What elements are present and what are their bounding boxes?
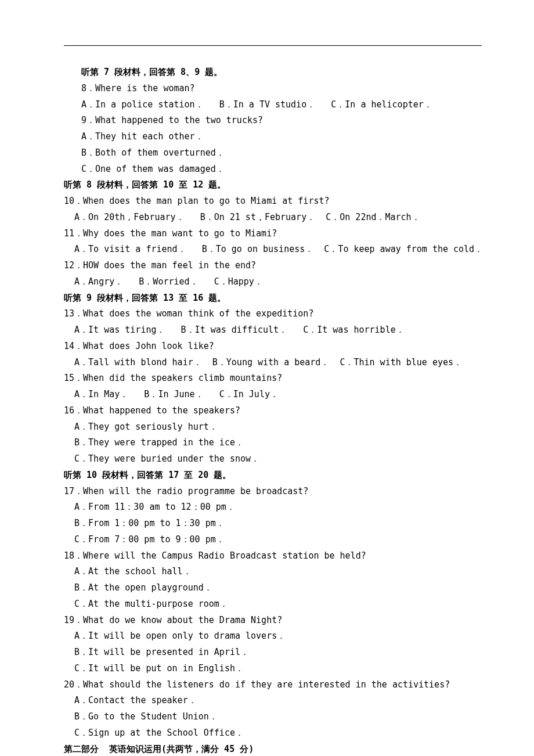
question-12-text: 12．HOW does the man feel in the end? [64,258,482,274]
question-16-option-b-inner: B．They were trapped in the ice． [74,437,244,448]
question-9-text: 9．What happened to the two trucks? [64,113,482,129]
question-13-options-inner: A．It was tiring． B．It was difficult． C．I… [74,325,405,335]
question-10-options: A．On 20th，February． B．On 21 st，February．… [64,210,482,226]
question-10-text: 10．When does the man plan to go to Miami… [64,193,482,210]
question-16-option-a-inner: A．They got seriously hurt． [74,422,218,432]
part-2-header: 第二部分 英语知识运用(共两节，满分 45 分) [64,741,482,757]
section-header-8: 听第 8 段材料，回答第 10 至 12 题。 [64,177,482,193]
question-18-option-a-inner: A．At the school hall． [74,566,192,577]
question-8-options: A．In a police station． B．In a TV studio．… [64,97,482,113]
question-13-options: A．It was tiring． B．It was difficult． C．I… [64,322,482,339]
question-19-option-a: A．It will be open only to drama lovers． [64,628,482,645]
question-17-option-b: B．From 1：00 pm to 1：30 pm． [64,516,482,532]
question-18-option-c: C．At the multi-purpose room． [64,596,482,613]
question-17-option-a-inner: A．From 11：30 am to 12：00 pm． [74,502,235,512]
question-20-option-b: B．Go to the Student Union． [64,709,482,725]
question-19-option-b: B．It will be presented in April． [64,645,482,661]
question-16-option-c-inner: C．They were buried under the snow． [74,453,259,464]
question-15-options: A．In May． B．In June． C．In July． [64,387,482,403]
question-14-options-inner: A．Tall with blond hair． B．Young with a b… [74,357,462,368]
question-18-option-b: B．At the open playground． [64,580,482,596]
question-16-option-b: B．They were trapped in the ice． [64,435,482,451]
question-9-option-b: B．Both of them overturned． [64,145,482,161]
question-17-text: 17．When will the radio programme be broa… [64,484,482,500]
question-12-options-inner: A．Angry． B．Worried． C．Happy． [74,276,263,287]
question-10-options-inner: A．On 20th，February． B．On 21 st，February．… [74,212,420,222]
document-page: 听第 7 段材料，回答第 8、9 题。 8．Where is the woman… [0,0,534,756]
question-16-option-a: A．They got seriously hurt． [64,419,482,435]
question-11-text: 11．Why does the man want to go to Miami? [64,226,482,242]
question-9-option-a: A．They hit each other． [64,129,482,145]
question-13-text: 13．What does the woman think of the expe… [64,306,482,322]
section-header-9: 听第 9 段材料，回答第 13 至 16 题。 [64,290,482,307]
question-9-option-c: C．One of them was damaged． [64,161,482,178]
question-19-option-a-inner: A．It will be open only to drama lovers． [74,631,286,641]
question-12-options: A．Angry． B．Worried． C．Happy． [64,274,482,290]
question-19-option-c-inner: C．It will be put on in English． [74,663,244,674]
question-17-option-a: A．From 11：30 am to 12：00 pm． [64,499,482,516]
section-header-7: 听第 7 段材料，回答第 8、9 题。 [64,64,482,81]
question-20-option-b-inner: B．Go to the Student Union． [74,711,218,722]
question-20-option-c-inner: C．Sign up at the School Office． [74,728,244,738]
horizontal-rule [64,45,482,46]
question-20-option-c: C．Sign up at the School Office． [64,725,482,741]
question-20-option-a-inner: A．Contact the speaker． [74,695,197,705]
question-19-option-c: C．It will be put on in English． [64,661,482,677]
question-8-text: 8．Where is the woman? [64,81,482,97]
question-20-option-a: A．Contact the speaker． [64,693,482,709]
question-19-option-b-inner: B．It will be presented in April． [74,647,249,657]
question-17-option-c-inner: C．From 7：00 pm to 9：00 pm． [74,534,225,545]
question-18-option-c-inner: C．At the multi-purpose room． [74,599,228,609]
question-14-text: 14．What does John look like? [64,339,482,355]
question-11-options-inner: A．To visit a friend． B．To go on business… [74,244,483,254]
question-16-text: 16．What happened to the speakers? [64,403,482,419]
question-14-options: A．Tall with blond hair． B．Young with a b… [64,355,482,371]
question-20-text: 20．What should the listeners do if they … [64,677,482,693]
question-17-option-c: C．From 7：00 pm to 9：00 pm． [64,532,482,548]
question-18-option-a: A．At the school hall． [64,564,482,580]
question-17-option-b-inner: B．From 1：00 pm to 1：30 pm． [74,518,225,528]
question-18-text: 18．Where will the Campus Radio Broadcast… [64,548,482,564]
question-15-options-inner: A．In May． B．In June． C．In July． [74,389,279,399]
section-header-10: 听第 10 段材料，回答第 17 至 20 题。 [64,467,482,484]
question-15-text: 15．When did the speakers climb mountains… [64,370,482,387]
question-11-options: A．To visit a friend． B．To go on business… [64,242,482,258]
question-16-option-c: C．They were buried under the snow． [64,451,482,467]
question-19-text: 19．What do we know about the Drama Night… [64,613,482,629]
question-18-option-b-inner: B．At the open playground． [74,582,212,593]
